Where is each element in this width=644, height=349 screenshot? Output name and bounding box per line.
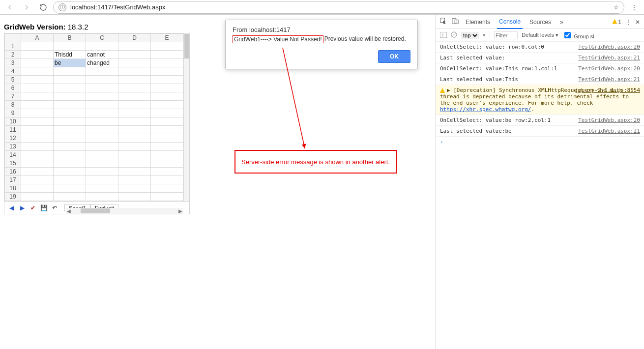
cell-C4[interactable]: [86, 67, 118, 76]
log-levels-dropdown[interactable]: Default levels ▾: [522, 32, 558, 38]
log-source-link[interactable]: TestGridWeb.aspx:21: [578, 76, 640, 83]
cell-C10[interactable]: [86, 117, 118, 126]
cell-C18[interactable]: [86, 184, 118, 193]
cell-E17[interactable]: [151, 176, 183, 184]
cell-E18[interactable]: [151, 184, 183, 193]
cell-D14[interactable]: [118, 151, 151, 159]
cell-D6[interactable]: [118, 84, 151, 92]
cell-C6[interactable]: [86, 84, 118, 92]
address-bar[interactable]: ⓘ ☆: [53, 1, 624, 14]
row-header[interactable]: 10: [5, 117, 21, 126]
cell-B16[interactable]: [54, 168, 86, 176]
cell-C11[interactable]: [86, 126, 118, 134]
cell-B13[interactable]: [54, 143, 86, 151]
cell-D1[interactable]: [118, 42, 151, 51]
cell-D5[interactable]: [118, 76, 151, 84]
url-input[interactable]: [69, 3, 611, 11]
back-button[interactable]: [3, 0, 17, 14]
cell-B9[interactable]: [54, 109, 86, 117]
row-header[interactable]: 8: [5, 101, 21, 109]
row-header[interactable]: 3: [5, 59, 21, 67]
cell-D13[interactable]: [118, 143, 151, 151]
cell-B6[interactable]: [54, 84, 86, 92]
cell-E2[interactable]: [151, 51, 183, 59]
bookmark-icon[interactable]: ☆: [614, 4, 619, 11]
row-header[interactable]: 16: [5, 168, 21, 176]
column-header[interactable]: B: [54, 34, 86, 42]
forward-button[interactable]: [20, 0, 33, 14]
cell-A8[interactable]: [21, 101, 54, 109]
cell-C12[interactable]: [86, 134, 118, 143]
cell-A6[interactable]: [21, 84, 54, 92]
cell-B3[interactable]: be: [54, 59, 86, 67]
cell-B18[interactable]: [54, 184, 86, 193]
console-warning[interactable]: ▶ [Deprecation] Synchronous XMLHttpReque…: [436, 85, 644, 115]
cell-D10[interactable]: [118, 117, 151, 126]
tabs-overflow-icon[interactable]: »: [558, 16, 565, 29]
cell-B4[interactable]: [54, 67, 86, 76]
cell-E1[interactable]: [151, 42, 183, 51]
log-source-link[interactable]: TestGridWeb.aspx:21: [578, 55, 640, 61]
console-log-entry[interactable]: Last selected value:TestGridWeb.aspx:21: [436, 53, 644, 63]
cell-A15[interactable]: [21, 159, 54, 168]
scroll-thumb[interactable]: [184, 34, 189, 58]
cell-C5[interactable]: [86, 76, 118, 84]
next-sheet-button[interactable]: ▶: [18, 204, 26, 212]
cell-A2[interactable]: [21, 51, 54, 59]
console-log-area[interactable]: OnCellSelect: value: row:0,col:0TestGrid…: [436, 42, 644, 349]
cell-E7[interactable]: [151, 92, 183, 101]
cell-A11[interactable]: [21, 126, 54, 134]
cell-A19[interactable]: [21, 193, 54, 201]
cell-B17[interactable]: [54, 176, 86, 184]
group-similar-checkbox[interactable]: Group si: [562, 30, 594, 40]
column-header[interactable]: E: [151, 34, 183, 42]
cell-B15[interactable]: [54, 159, 86, 168]
cell-D17[interactable]: [118, 176, 151, 184]
cell-D4[interactable]: [118, 67, 151, 76]
row-header[interactable]: 13: [5, 143, 21, 151]
browser-menu-icon[interactable]: ⋮: [627, 0, 641, 14]
cell-D16[interactable]: [118, 168, 151, 176]
cell-E9[interactable]: [151, 109, 183, 117]
cell-D15[interactable]: [118, 159, 151, 168]
cell-E11[interactable]: [151, 126, 183, 134]
cell-A18[interactable]: [21, 184, 54, 193]
row-header[interactable]: 12: [5, 134, 21, 143]
cell-A3[interactable]: [21, 59, 54, 67]
spreadsheet-grid[interactable]: ABCDE12Thisddcannot3bechanged45678910111…: [4, 33, 183, 201]
row-header[interactable]: 4: [5, 67, 21, 76]
cell-A16[interactable]: [21, 168, 54, 176]
hscroll-right-icon[interactable]: ▶: [177, 208, 183, 214]
cell-C3[interactable]: changed: [86, 59, 118, 67]
column-header[interactable]: D: [118, 34, 151, 42]
cell-D2[interactable]: [118, 51, 151, 59]
cell-E5[interactable]: [151, 76, 183, 84]
cell-D11[interactable]: [118, 126, 151, 134]
cell-C1[interactable]: [86, 42, 118, 51]
reload-button[interactable]: [36, 0, 50, 14]
row-header[interactable]: 7: [5, 92, 21, 101]
cell-B7[interactable]: [54, 92, 86, 101]
cell-D19[interactable]: [118, 193, 151, 201]
console-log-entry[interactable]: Last selected value:ThisTestGridWeb.aspx…: [436, 74, 644, 85]
hscroll-left-icon[interactable]: ◀: [66, 208, 72, 214]
row-header[interactable]: 5: [5, 76, 21, 84]
cell-C16[interactable]: [86, 168, 118, 176]
cell-D9[interactable]: [118, 109, 151, 117]
cell-A4[interactable]: [21, 67, 54, 76]
devtools-close-icon[interactable]: ✕: [635, 19, 640, 26]
cell-D7[interactable]: [118, 92, 151, 101]
save-button[interactable]: 💾: [40, 204, 48, 212]
cell-A13[interactable]: [21, 143, 54, 151]
cell-E8[interactable]: [151, 101, 183, 109]
tab-elements[interactable]: Elements: [464, 16, 492, 29]
log-source-link[interactable]: TestGridWeb.aspx:20: [578, 117, 640, 123]
row-header[interactable]: 15: [5, 159, 21, 168]
cell-D18[interactable]: [118, 184, 151, 193]
warn-help-link[interactable]: https://xhr.spec.whatwg.org/: [440, 106, 531, 113]
row-header[interactable]: 6: [5, 84, 21, 92]
cell-E13[interactable]: [151, 143, 183, 151]
vertical-scrollbar[interactable]: [183, 33, 189, 201]
cell-A14[interactable]: [21, 151, 54, 159]
row-header[interactable]: 17: [5, 176, 21, 184]
